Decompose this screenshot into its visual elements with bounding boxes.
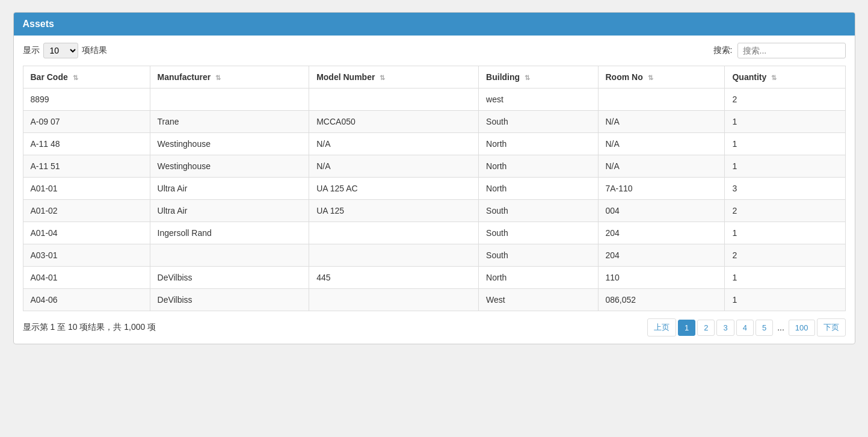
cell-quantity: 1: [725, 133, 845, 155]
cell-quantity: 3: [725, 178, 845, 200]
table-row: A-11 51WestinghouseN/ANorthN/A1: [23, 155, 845, 178]
show-entries-control: 显示 10 25 50 100 项结果: [23, 43, 107, 58]
cell-quantity: 2: [725, 200, 845, 222]
cell-room_no: [598, 88, 725, 111]
page-1-button[interactable]: 1: [678, 320, 695, 336]
sort-icon-room-no: ⇅: [648, 74, 653, 82]
cell-model_number: N/A: [309, 155, 479, 178]
assets-panel: Assets 显示 10 25 50 100 项结果 搜索:: [13, 12, 855, 344]
cell-quantity: 1: [725, 289, 845, 311]
cell-manufacturer: Ingersoll Rand: [150, 222, 309, 244]
table-row: 8899west2: [23, 88, 845, 111]
cell-quantity: 1: [725, 267, 845, 289]
sort-icon-quantity: ⇅: [771, 74, 777, 82]
cell-building: South: [479, 111, 598, 133]
page-4-button[interactable]: 4: [736, 320, 754, 336]
cell-bar_code: A01-04: [23, 222, 150, 244]
table-body: 8899west2A-09 07TraneMCCA050SouthN/A1A-1…: [23, 88, 845, 311]
panel-header: Assets: [14, 13, 855, 36]
cell-building: North: [479, 267, 598, 289]
cell-model_number: MCCA050: [309, 111, 479, 133]
col-model-number[interactable]: Model Number ⇅: [309, 66, 479, 88]
search-area: 搜索:: [713, 43, 846, 58]
cell-building: South: [479, 222, 598, 244]
cell-model_number: [309, 88, 479, 111]
cell-manufacturer: DeVilbiss: [150, 289, 309, 311]
table-row: A04-01DeVilbiss445North1101: [23, 267, 845, 289]
cell-bar_code: 8899: [23, 88, 150, 111]
table-row: A04-06DeVilbissWest086,0521: [23, 289, 845, 311]
bottom-controls: 显示第 1 至 10 项结果，共 1,000 项 上页 1 2 3 4 5 ..…: [23, 318, 846, 336]
cell-quantity: 1: [725, 222, 845, 244]
cell-room_no: 004: [598, 200, 725, 222]
table-header-row: Bar Code ⇅ Manufacturer ⇅ Model Number ⇅…: [23, 66, 845, 88]
cell-manufacturer: Westinghouse: [150, 155, 309, 178]
panel-title: Assets: [23, 19, 54, 29]
pagination: 上页 1 2 3 4 5 ... 100 下页: [647, 318, 846, 336]
col-building[interactable]: Building ⇅: [479, 66, 598, 88]
cell-model_number: UA 125 AC: [309, 178, 479, 200]
cell-quantity: 1: [725, 111, 845, 133]
cell-room_no: 204: [598, 244, 725, 267]
cell-model_number: N/A: [309, 133, 479, 155]
sort-icon-building: ⇅: [525, 74, 530, 82]
search-input[interactable]: [737, 43, 846, 58]
cell-building: South: [479, 200, 598, 222]
show-label: 显示: [23, 45, 40, 56]
cell-quantity: 2: [725, 244, 845, 267]
col-room-no[interactable]: Room No ⇅: [598, 66, 725, 88]
col-manufacturer[interactable]: Manufacturer ⇅: [150, 66, 309, 88]
sort-icon-manufacturer: ⇅: [215, 74, 221, 82]
cell-manufacturer: Ultra Air: [150, 178, 309, 200]
results-label: 项结果: [82, 45, 107, 56]
cell-room_no: 7A-110: [598, 178, 725, 200]
cell-bar_code: A01-02: [23, 200, 150, 222]
cell-bar_code: A-11 51: [23, 155, 150, 178]
page-5-button[interactable]: 5: [756, 320, 773, 336]
page-3-button[interactable]: 3: [716, 320, 734, 336]
ellipsis: ...: [775, 320, 787, 335]
cell-building: North: [479, 133, 598, 155]
cell-room_no: 204: [598, 222, 725, 244]
cell-room_no: N/A: [598, 111, 725, 133]
sort-icon-model-number: ⇅: [380, 74, 385, 82]
entries-select[interactable]: 10 25 50 100: [43, 43, 78, 58]
cell-room_no: 086,052: [598, 289, 725, 311]
cell-room_no: N/A: [598, 155, 725, 178]
cell-model_number: UA 125: [309, 200, 479, 222]
next-page-button[interactable]: 下页: [817, 318, 846, 336]
table-row: A01-04Ingersoll RandSouth2041: [23, 222, 845, 244]
last-page-button[interactable]: 100: [789, 320, 815, 336]
table-row: A01-01Ultra AirUA 125 ACNorth7A-1103: [23, 178, 845, 200]
cell-building: West: [479, 289, 598, 311]
table-row: A03-01South2042: [23, 244, 845, 267]
cell-manufacturer: [150, 88, 309, 111]
table-row: A01-02Ultra AirUA 125South0042: [23, 200, 845, 222]
prev-page-button[interactable]: 上页: [647, 318, 676, 336]
table-row: A-11 48WestinghouseN/ANorthN/A1: [23, 133, 845, 155]
cell-manufacturer: Ultra Air: [150, 200, 309, 222]
assets-table: Bar Code ⇅ Manufacturer ⇅ Model Number ⇅…: [23, 66, 846, 311]
top-controls: 显示 10 25 50 100 项结果 搜索:: [23, 43, 846, 58]
cell-model_number: [309, 244, 479, 267]
table-row: A-09 07TraneMCCA050SouthN/A1: [23, 111, 845, 133]
cell-bar_code: A-09 07: [23, 111, 150, 133]
results-info: 显示第 1 至 10 项结果，共 1,000 项: [23, 322, 156, 333]
cell-manufacturer: [150, 244, 309, 267]
col-bar-code[interactable]: Bar Code ⇅: [23, 66, 150, 88]
cell-room_no: 110: [598, 267, 725, 289]
cell-bar_code: A03-01: [23, 244, 150, 267]
cell-manufacturer: DeVilbiss: [150, 267, 309, 289]
cell-building: North: [479, 178, 598, 200]
cell-model_number: [309, 222, 479, 244]
cell-quantity: 2: [725, 88, 845, 111]
cell-model_number: 445: [309, 267, 479, 289]
cell-bar_code: A01-01: [23, 178, 150, 200]
col-quantity[interactable]: Quantity ⇅: [725, 66, 845, 88]
cell-bar_code: A-11 48: [23, 133, 150, 155]
cell-room_no: N/A: [598, 133, 725, 155]
cell-building: west: [479, 88, 598, 111]
page-2-button[interactable]: 2: [697, 320, 715, 336]
cell-manufacturer: Westinghouse: [150, 133, 309, 155]
sort-icon-bar-code: ⇅: [73, 74, 78, 82]
